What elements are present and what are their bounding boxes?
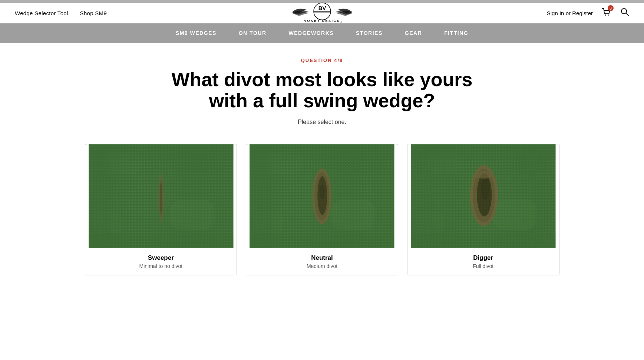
svg-rect-45 [250,144,272,248]
card-subtitle-digger: Full divot [413,263,553,269]
svg-rect-47 [250,144,394,159]
header-left-nav: Wedge Selector Tool Shop SM9 [15,10,107,16]
card-sweeper[interactable]: SweeperMinimal to no divot [85,144,237,275]
header: Wedge Selector Tool Shop SM9 BV [0,3,644,23]
card-title-sweeper: Sweeper [91,254,231,262]
svg-point-6 [605,14,606,16]
sign-in-link[interactable]: Sign In or Register [547,10,593,16]
svg-rect-69 [411,233,555,248]
svg-rect-68 [411,144,555,159]
header-logo[interactable]: BV VOKEY DESIGN ® [289,1,356,25]
svg-rect-27 [89,144,233,159]
svg-line-9 [626,13,629,16]
svg-rect-25 [89,144,111,248]
shop-sm9-link[interactable]: Shop SM9 [80,10,107,16]
svg-rect-66 [411,144,433,248]
card-info-neutral: NeutralMedium divot [246,248,398,275]
question-label: QUESTION 4/8 [85,58,559,63]
svg-rect-28 [89,233,233,248]
card-subtitle-neutral: Medium divot [252,263,392,269]
vokey-logo-svg: BV VOKEY DESIGN ® [289,1,356,25]
card-info-sweeper: SweeperMinimal to no divot [85,248,237,275]
main-nav: SM9 WEDGESON TOURWEDGEWORKSSTORIESGEARFI… [0,23,644,43]
svg-text:BV: BV [318,5,326,11]
svg-rect-26 [211,144,233,248]
card-info-digger: DiggerFull divot [407,248,559,275]
nav-item-stories[interactable]: STORIES [356,23,383,43]
svg-text:®: ® [340,21,342,23]
card-image-neutral [246,144,398,248]
search-icon [620,7,629,16]
search-button[interactable] [620,7,629,19]
question-title: What divot most looks like yours with a … [155,69,489,111]
question-subtitle: Please select one. [85,119,559,125]
card-image-sweeper [85,144,237,248]
card-title-neutral: Neutral [252,254,392,262]
card-title-digger: Digger [413,254,553,262]
nav-item-gear[interactable]: GEAR [405,23,422,43]
nav-item-fitting[interactable]: FITTING [444,23,468,43]
cart-badge: 0 [608,5,614,11]
nav-item-sm9-wedges[interactable]: SM9 WEDGES [176,23,217,43]
card-image-digger [407,144,559,248]
svg-text:VOKEY DESIGN: VOKEY DESIGN [304,19,340,23]
nav-item-wedgeworks[interactable]: WEDGEWORKS [289,23,334,43]
svg-rect-46 [372,144,394,248]
card-neutral[interactable]: NeutralMedium divot [246,144,398,275]
svg-point-7 [608,14,609,16]
card-digger[interactable]: DiggerFull divot [407,144,559,275]
header-right-actions: Sign In or Register 0 [547,7,629,19]
cart-button[interactable]: 0 [602,7,611,19]
main-content: QUESTION 4/8 What divot most looks like … [63,43,582,298]
logo-container: BV VOKEY DESIGN ® [289,1,356,25]
svg-rect-67 [533,144,555,248]
wedge-selector-tool-link[interactable]: Wedge Selector Tool [15,10,68,16]
svg-rect-48 [250,233,394,248]
card-subtitle-sweeper: Minimal to no divot [91,263,231,269]
cards-container: SweeperMinimal to no divot Neu [85,144,559,275]
nav-item-on-tour[interactable]: ON TOUR [239,23,267,43]
